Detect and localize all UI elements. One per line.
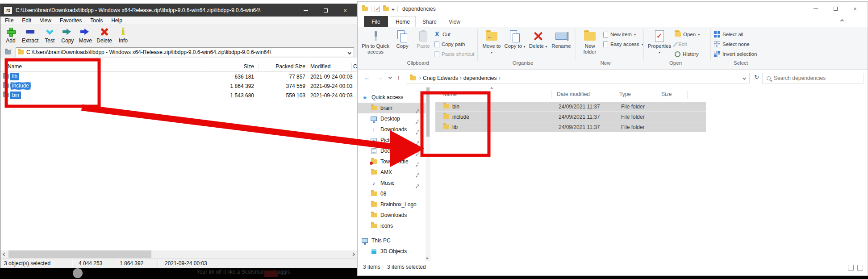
scroll-right-button[interactable] bbox=[349, 250, 357, 258]
menu-favorites[interactable]: Favorites bbox=[60, 17, 82, 24]
delete-button[interactable]: Delete ▾ bbox=[528, 29, 548, 50]
table-row[interactable]: lib 24/09/2021 11:37 File folder bbox=[435, 122, 706, 132]
sidebar-item-towerbattle[interactable]: TowerBattle bbox=[358, 156, 426, 167]
sidebar-item-documents[interactable]: Documents bbox=[358, 146, 426, 156]
sidebar-item-icons[interactable]: icons bbox=[358, 221, 426, 231]
table-row[interactable]: lib 636 181 77 857 2021-09-24 00:03 bbox=[0, 72, 357, 82]
maximize-button[interactable] bbox=[826, 2, 845, 15]
new-folder-qat-icon[interactable] bbox=[383, 7, 389, 11]
menu-help[interactable]: Help bbox=[111, 17, 122, 24]
tab-home[interactable]: Home bbox=[390, 16, 416, 27]
select-all-button[interactable]: Select all bbox=[714, 30, 743, 39]
sidebar-item-brainbox-logo[interactable]: Brainbox_Logo bbox=[358, 199, 426, 210]
sidebar-item-downloads-2[interactable]: Downloads bbox=[358, 210, 426, 221]
up-folder-button[interactable]: ↑ bbox=[2, 47, 13, 57]
sidebar-item-amx[interactable]: AMX bbox=[358, 167, 426, 178]
menu-file[interactable]: File bbox=[5, 17, 13, 24]
table-row[interactable]: include 24/09/2021 11:37 File folder bbox=[435, 112, 706, 122]
menu-tools[interactable]: Tools bbox=[90, 17, 103, 24]
folder-icon[interactable] bbox=[362, 7, 368, 11]
sidebar-scrollbar[interactable] bbox=[426, 87, 430, 262]
pin-to-quick-access-button[interactable]: Pin to Quick access bbox=[360, 29, 391, 55]
new-item-button[interactable]: New item▾ bbox=[603, 30, 636, 39]
tab-share[interactable]: Share bbox=[417, 16, 442, 27]
properties-button[interactable]: Properties ▾ bbox=[647, 29, 672, 55]
easy-access-button[interactable]: Easy access▾ bbox=[603, 40, 643, 49]
info-button[interactable]: i Info bbox=[117, 25, 130, 44]
col-type[interactable]: Type bbox=[619, 91, 631, 97]
sevenzip-address-bar[interactable]: C:\Users\brain\Downloads\libdpp - Window… bbox=[16, 47, 354, 57]
breadcrumb-dependencies[interactable]: dependencies bbox=[463, 75, 497, 81]
horizontal-scrollbar[interactable] bbox=[0, 250, 357, 258]
col-created[interactable]: C bbox=[353, 63, 357, 70]
table-row[interactable]: bin 24/09/2021 11:37 File folder bbox=[435, 102, 706, 112]
sidebar-item-downloads[interactable]: ↓ Downloads bbox=[358, 124, 426, 135]
up-icon[interactable]: ↑ bbox=[397, 74, 401, 81]
paste-shortcut-button[interactable]: Paste shortcut bbox=[434, 50, 475, 58]
sidebar-item-08[interactable]: 08 bbox=[358, 188, 426, 199]
move-button[interactable]: Move bbox=[79, 25, 92, 44]
sidebar-item-desktop[interactable]: Desktop bbox=[358, 113, 426, 124]
copy-button[interactable]: Copy bbox=[61, 25, 74, 44]
scrollbar-thumb[interactable] bbox=[8, 250, 151, 258]
sidebar-item-3d-objects[interactable]: 3D Objects bbox=[358, 246, 426, 257]
menu-view[interactable]: View bbox=[40, 17, 51, 24]
col-packed-size[interactable]: Packed Size bbox=[262, 63, 305, 70]
col-date-modified[interactable]: Date modified bbox=[557, 91, 590, 97]
tab-view[interactable]: View bbox=[443, 16, 466, 27]
forward-icon[interactable]: → bbox=[376, 74, 383, 81]
cut-button[interactable]: Cut bbox=[434, 30, 451, 39]
maximize-button[interactable] bbox=[316, 4, 335, 17]
rename-button[interactable]: Rename bbox=[550, 29, 573, 49]
col-name[interactable]: Name bbox=[442, 91, 457, 97]
menu-edit[interactable]: Edit bbox=[22, 17, 31, 24]
add-button[interactable]: Add bbox=[4, 25, 17, 44]
new-folder-button[interactable]: New folder bbox=[579, 29, 601, 55]
recent-locations-icon[interactable] bbox=[388, 75, 392, 79]
col-modified[interactable]: Modified bbox=[310, 63, 330, 70]
address-bar[interactable]: › Craig Edwards › dependencies › bbox=[406, 73, 750, 83]
edit-button[interactable]: Edit bbox=[675, 40, 687, 49]
select-none-button[interactable]: Select none bbox=[714, 40, 750, 49]
paste-button[interactable]: Paste bbox=[414, 29, 433, 49]
test-button[interactable]: Test bbox=[43, 25, 56, 44]
refresh-icon[interactable]: ↻ bbox=[754, 74, 759, 80]
scroll-down-icon[interactable] bbox=[426, 257, 429, 259]
large-icons-view-icon[interactable] bbox=[857, 265, 863, 271]
qat-customize-icon[interactable] bbox=[392, 7, 395, 10]
sidebar-item-pictures[interactable]: Pictures bbox=[358, 135, 426, 146]
open-button[interactable]: Open▾ bbox=[675, 30, 700, 39]
search-box[interactable]: Search dependencies bbox=[762, 73, 864, 83]
table-row[interactable]: include 1 864 392 374 559 2021-09-24 00:… bbox=[0, 82, 357, 91]
move-to-button[interactable]: ← Move to ▾ bbox=[481, 29, 502, 55]
sidebar-item-this-pc[interactable]: This PC bbox=[358, 235, 426, 246]
details-view-icon[interactable] bbox=[848, 265, 854, 271]
sidebar-item-music[interactable]: ♪ Music bbox=[358, 178, 426, 188]
col-size[interactable]: Size bbox=[661, 91, 672, 97]
delete-button[interactable]: Delete bbox=[96, 25, 112, 44]
back-icon[interactable]: ← bbox=[364, 74, 371, 81]
tab-file[interactable]: File bbox=[364, 16, 388, 27]
history-button[interactable]: History bbox=[675, 50, 699, 58]
sidebar-item-brain[interactable]: brain bbox=[358, 103, 426, 113]
close-button[interactable]: × bbox=[845, 2, 865, 15]
minimize-button[interactable] bbox=[296, 4, 316, 17]
search-input[interactable]: Search dependencies bbox=[774, 75, 826, 81]
breadcrumb-craig-edwards[interactable]: Craig Edwards bbox=[423, 75, 458, 81]
invert-selection-button[interactable]: Invert selection bbox=[714, 50, 757, 58]
copy-path-button[interactable]: Copy path bbox=[434, 40, 465, 49]
extract-button[interactable]: Extract bbox=[22, 25, 38, 44]
sidebar-item-quick-access[interactable]: ★ Quick access bbox=[358, 92, 426, 103]
copy-to-button[interactable]: Copy to ▾ bbox=[504, 29, 526, 50]
address-dropdown-icon[interactable] bbox=[743, 76, 746, 80]
ribbon-collapse-icon[interactable] bbox=[840, 19, 844, 23]
col-name[interactable]: Name bbox=[8, 63, 22, 70]
copy-button[interactable]: Copy bbox=[392, 29, 412, 49]
address-dropdown-icon[interactable] bbox=[348, 51, 351, 54]
col-size[interactable]: Size bbox=[210, 63, 254, 70]
scrollbar-thumb[interactable] bbox=[426, 87, 430, 137]
table-row[interactable]: bin 1 543 680 559 103 2021-09-24 00:03 bbox=[0, 91, 357, 100]
minimize-button[interactable] bbox=[806, 2, 826, 15]
scroll-left-button[interactable] bbox=[0, 250, 8, 258]
properties-check-icon[interactable] bbox=[375, 6, 380, 12]
